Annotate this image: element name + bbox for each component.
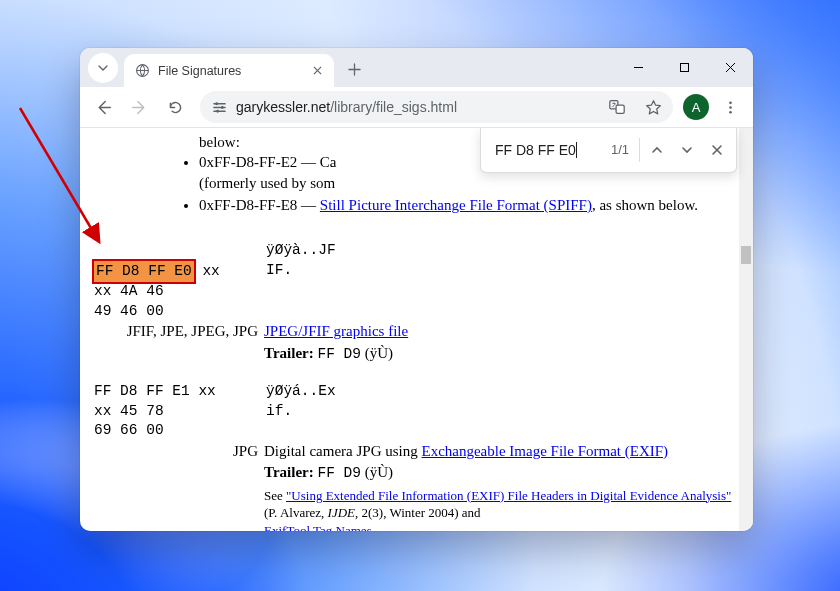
url-text: garykessler.net/library/file_sigs.html [236,99,595,115]
menu-button[interactable] [713,90,747,124]
jpeg-jfif-link[interactable]: JPEG/JFIF graphics file [264,323,408,339]
scrollbar[interactable] [739,128,753,531]
profile-avatar[interactable]: A [683,94,709,120]
extension-row: JFIF, JPE, JPEG, JPG JPEG/JFIF graphics … [94,321,739,364]
back-button[interactable] [86,90,120,124]
chevron-up-icon [651,144,663,156]
desc-column: ÿØÿá..Ex if. [266,382,739,421]
spiff-link[interactable]: Still Picture Interchange File Format (S… [320,197,592,213]
window-maximize-button[interactable] [661,48,707,87]
desc-column: JPEG/JFIF graphics file Trailer: FF D9 (… [264,321,739,364]
window-close-button[interactable] [707,48,753,87]
new-tab-button[interactable] [340,55,368,83]
exiftool-link[interactable]: ExifTool Tag Names [264,523,372,531]
find-query-text: FF D8 FF E0 [495,141,576,160]
find-match-count: 1/1 [603,141,637,159]
chevron-down-icon [98,63,108,73]
reload-icon [167,99,184,116]
svg-point-7 [729,101,732,104]
tab-title: File Signatures [158,64,301,78]
page-content[interactable]: below: 0xFF-D8-FF-E2 — Ca (formerly used… [80,128,753,531]
svg-point-4 [216,109,219,112]
browser-window: File Signatures [80,48,753,531]
tab-strip: File Signatures [80,48,753,87]
hex-column: FF D8 FF E1 xx xx 45 78 69 66 00 [94,382,266,441]
ascii-repr: ÿØÿá..Ex if. [266,382,739,421]
extension-row: JPG Digital camera JPG using Exchangeabl… [94,441,739,531]
address-bar[interactable]: garykessler.net/library/file_sigs.html [200,91,673,123]
tab-close-button[interactable] [309,62,326,79]
desc-column: Digital camera JPG using Exchangeable Im… [264,441,739,531]
svg-point-2 [215,102,218,105]
chevron-down-icon [681,144,693,156]
minimize-icon [633,62,644,73]
window-minimize-button[interactable] [615,48,661,87]
svg-rect-1 [680,64,688,72]
extension-list: JFIF, JPE, JPEG, JPG [94,321,264,364]
signature-block: FF D8 FF E0 xx xx 4A 46 49 46 00 ÿØÿà..J… [94,241,739,321]
reload-button[interactable] [158,90,192,124]
trailer-line: Trailer: FF D9 (ÿÙ) [264,462,739,484]
find-prev-button[interactable] [642,135,672,165]
globe-icon [134,63,150,79]
close-icon [725,62,736,73]
paper-link[interactable]: "Using Extended File Information (EXIF) … [286,488,731,503]
exif-link[interactable]: Exchangeable Image File Format (EXIF) [421,443,668,459]
translate-icon [608,98,626,116]
arrow-right-icon [131,99,148,116]
find-next-button[interactable] [672,135,702,165]
translate-button[interactable] [603,93,631,121]
forward-button[interactable] [122,90,156,124]
list-item: 0xFF-D8-FF-E8 — Still Picture Interchang… [199,195,739,215]
find-close-button[interactable] [702,135,732,165]
signature-block: FF D8 FF E1 xx xx 45 78 69 66 00 ÿØÿá..E… [94,382,739,441]
avatar-letter: A [692,100,701,115]
ascii-repr: ÿØÿà..JF IF. [266,241,739,280]
svg-point-9 [729,110,732,113]
scrollbar-thumb[interactable] [741,246,751,264]
star-icon [645,99,662,116]
site-settings-icon[interactable] [210,98,228,116]
search-highlight: FF D8 FF E0 [94,261,194,283]
browser-toolbar: garykessler.net/library/file_sigs.html A [80,87,753,128]
close-icon [711,144,723,156]
find-in-page-bar: FF D8 FF E0 1/1 [480,128,737,173]
svg-point-3 [220,106,223,109]
bookmark-button[interactable] [639,93,667,121]
browser-tab[interactable]: File Signatures [124,54,334,87]
text-caret [576,142,577,158]
tab-search-button[interactable] [88,53,118,83]
close-icon [313,66,322,75]
svg-rect-6 [616,105,624,113]
extension-list: JPG [94,441,264,531]
kebab-icon [723,100,738,115]
see-also: See "Using Extended File Information (EX… [264,487,739,531]
hex-column: FF D8 FF E0 xx xx 4A 46 49 46 00 [94,241,266,321]
find-input[interactable]: FF D8 FF E0 [495,141,603,160]
plus-icon [348,63,361,76]
arrow-left-icon [95,99,112,116]
maximize-icon [679,62,690,73]
desc-column: ÿØÿà..JF IF. [266,241,739,280]
svg-point-8 [729,106,732,109]
trailer-line: Trailer: FF D9 (ÿÙ) [264,343,739,365]
separator [639,138,640,162]
window-controls [615,48,753,87]
